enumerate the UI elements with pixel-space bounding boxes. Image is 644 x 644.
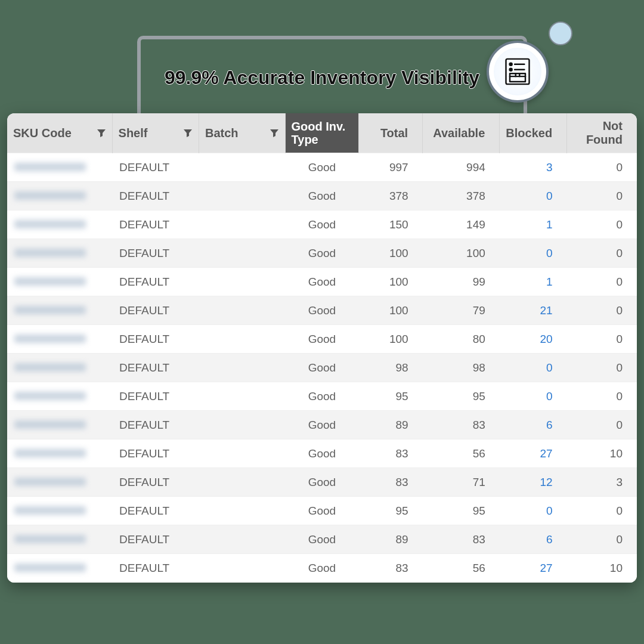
- cell-sku: [7, 182, 112, 210]
- cell-blocked: 0: [500, 497, 567, 525]
- cell-type: Good: [285, 525, 359, 554]
- cell-sku: [7, 468, 112, 497]
- col-header-available[interactable]: Available: [423, 113, 500, 153]
- cell-batch: [199, 268, 285, 296]
- cell-sku: [7, 497, 112, 525]
- cell-blocked: 21: [500, 296, 567, 325]
- cell-notfound: 0: [567, 268, 637, 296]
- col-header-sku[interactable]: SKU Code: [7, 113, 112, 153]
- col-header-shelf-label: Shelf: [119, 126, 148, 140]
- col-header-total[interactable]: Total: [359, 113, 423, 153]
- cell-type: Good: [285, 411, 359, 439]
- cell-type: Good: [285, 325, 359, 354]
- cell-batch: [199, 468, 285, 497]
- col-header-batch[interactable]: Batch: [199, 113, 285, 153]
- cell-type: Good: [285, 554, 359, 583]
- decorative-dot: [549, 21, 572, 45]
- cell-shelf: DEFAULT: [112, 497, 199, 525]
- table-row[interactable]: DEFAULTGood83562710: [7, 554, 637, 583]
- col-header-shelf[interactable]: Shelf: [112, 113, 199, 153]
- cell-type: Good: [285, 296, 359, 325]
- cell-blocked: 6: [500, 411, 567, 439]
- cell-total: 100: [359, 325, 423, 354]
- table-row[interactable]: DEFAULTGood10079210: [7, 296, 637, 325]
- cell-shelf: DEFAULT: [112, 296, 199, 325]
- cell-shelf: DEFAULT: [112, 382, 199, 411]
- cell-shelf: DEFAULT: [112, 182, 199, 210]
- table-row[interactable]: DEFAULTGood10080200: [7, 325, 637, 354]
- cell-available: 56: [423, 439, 500, 468]
- cell-type: Good: [285, 210, 359, 239]
- col-header-blocked[interactable]: Blocked: [500, 113, 567, 153]
- cell-total: 83: [359, 554, 423, 583]
- table-row[interactable]: DEFAULTGood898360: [7, 411, 637, 439]
- table-row[interactable]: DEFAULTGood37837800: [7, 182, 637, 210]
- cell-available: 56: [423, 554, 500, 583]
- table-row[interactable]: DEFAULTGood99799430: [7, 153, 637, 182]
- cell-blocked: 6: [500, 525, 567, 554]
- cell-notfound: 0: [567, 411, 637, 439]
- sku-redacted: [14, 335, 86, 343]
- filter-icon[interactable]: [270, 128, 279, 138]
- table-row[interactable]: DEFAULTGood898360: [7, 525, 637, 554]
- table-row[interactable]: DEFAULTGood989800: [7, 354, 637, 382]
- cell-shelf: DEFAULT: [112, 525, 199, 554]
- sku-redacted: [14, 564, 86, 572]
- filter-icon[interactable]: [183, 128, 193, 138]
- cell-total: 378: [359, 182, 423, 210]
- svg-point-3: [510, 69, 512, 71]
- cell-available: 95: [423, 382, 500, 411]
- cell-sku: [7, 354, 112, 382]
- cell-blocked: 12: [500, 468, 567, 497]
- cell-available: 99: [423, 268, 500, 296]
- cell-blocked: 0: [500, 239, 567, 268]
- cell-total: 98: [359, 354, 423, 382]
- sku-redacted: [14, 249, 86, 257]
- sku-redacted: [14, 420, 86, 429]
- cell-available: 79: [423, 296, 500, 325]
- table-row[interactable]: DEFAULTGood10010000: [7, 239, 637, 268]
- cell-total: 100: [359, 239, 423, 268]
- cell-total: 83: [359, 439, 423, 468]
- cell-available: 149: [423, 210, 500, 239]
- cell-shelf: DEFAULT: [112, 411, 199, 439]
- cell-sku: [7, 210, 112, 239]
- cell-batch: [199, 210, 285, 239]
- table-row[interactable]: DEFAULTGood1009910: [7, 268, 637, 296]
- table-row[interactable]: DEFAULTGood959500: [7, 382, 637, 411]
- cell-notfound: 0: [567, 497, 637, 525]
- cell-shelf: DEFAULT: [112, 325, 199, 354]
- cell-type: Good: [285, 354, 359, 382]
- col-header-notfound[interactable]: Not Found: [567, 113, 637, 153]
- svg-point-1: [510, 63, 512, 66]
- sku-redacted: [14, 277, 86, 286]
- cell-blocked: 0: [500, 182, 567, 210]
- cell-batch: [199, 554, 285, 583]
- cell-notfound: 0: [567, 354, 637, 382]
- cell-notfound: 10: [567, 554, 637, 583]
- inventory-table-panel: SKU Code Shelf: [7, 113, 637, 583]
- cell-type: Good: [285, 468, 359, 497]
- sku-redacted: [14, 163, 86, 171]
- cell-sku: [7, 296, 112, 325]
- cell-shelf: DEFAULT: [112, 210, 199, 239]
- filter-icon[interactable]: [97, 128, 106, 138]
- cell-shelf: DEFAULT: [112, 468, 199, 497]
- cell-shelf: DEFAULT: [112, 554, 199, 583]
- inventory-table: SKU Code Shelf: [7, 113, 637, 583]
- col-header-total-label: Total: [380, 126, 408, 140]
- cell-shelf: DEFAULT: [112, 268, 199, 296]
- col-header-type[interactable]: Good Inv. Type: [285, 113, 359, 153]
- cell-shelf: DEFAULT: [112, 354, 199, 382]
- cell-notfound: 0: [567, 296, 637, 325]
- table-row[interactable]: DEFAULTGood15014910: [7, 210, 637, 239]
- inventory-list-icon: [487, 41, 549, 103]
- cell-available: 98: [423, 354, 500, 382]
- table-row[interactable]: DEFAULTGood959500: [7, 497, 637, 525]
- table-row[interactable]: DEFAULTGood83562710: [7, 439, 637, 468]
- cell-sku: [7, 411, 112, 439]
- cell-type: Good: [285, 497, 359, 525]
- cell-batch: [199, 439, 285, 468]
- cell-batch: [199, 153, 285, 182]
- table-row[interactable]: DEFAULTGood8371123: [7, 468, 637, 497]
